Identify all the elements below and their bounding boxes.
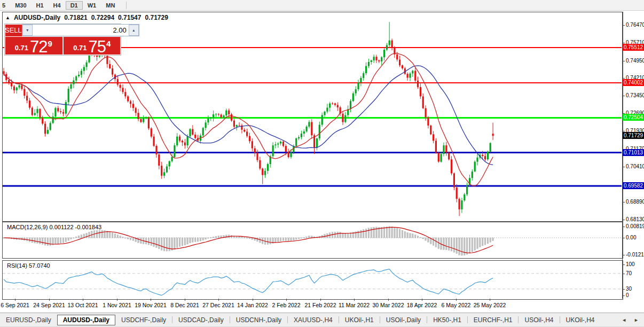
date-tick bbox=[117, 299, 117, 301]
chart-tab-ukoil[interactable]: UKOil-,H4 bbox=[560, 315, 601, 325]
rsi-axis-label-tick bbox=[622, 264, 625, 265]
macd-axis-label: -0.01212 bbox=[626, 252, 644, 258]
chart-title: ▲ AUDUSD-,Daily 0.71821 0.72294 0.71547 … bbox=[5, 14, 168, 21]
ohlc-close: 0.71729 bbox=[145, 14, 168, 21]
date-tick bbox=[185, 299, 185, 301]
triangle-down-icon: ▾ bbox=[26, 28, 28, 33]
price-axis-label-tick bbox=[622, 96, 625, 96]
bid-prefix: 0.71 bbox=[15, 44, 28, 52]
rsi-axis-label: 0 bbox=[626, 292, 644, 299]
rsi-label: RSI(14) 57.0740 bbox=[7, 262, 50, 269]
date-tick bbox=[15, 299, 15, 301]
macd-label: MACD(12,26,9) 0.001122 -0.001843 bbox=[7, 224, 101, 230]
rsi-axis-label-tick bbox=[622, 289, 625, 290]
timeframe-button-m30[interactable]: M30 bbox=[10, 1, 31, 10]
date-tick bbox=[422, 299, 422, 301]
sell-price-tile[interactable]: 0.71729 bbox=[5, 37, 62, 55]
date-tick bbox=[456, 299, 457, 301]
rsi-axis-label-tick bbox=[622, 274, 625, 274]
price-axis-label-tick bbox=[622, 202, 625, 203]
price-axis-label: 0.68890 bbox=[626, 199, 644, 205]
chart-tab-usdchf[interactable]: USDCHF-,Daily bbox=[115, 315, 172, 325]
price-axis-label-tick bbox=[622, 25, 625, 26]
rsi-canvas[interactable] bbox=[2, 260, 622, 299]
date-tick bbox=[354, 299, 355, 301]
chart-tab-usoil[interactable]: USOil-,Daily bbox=[380, 315, 427, 325]
volume-increase-button[interactable]: ▴ bbox=[129, 25, 139, 36]
price-axis-label-tick bbox=[622, 78, 625, 79]
toolbar-divider bbox=[126, 2, 127, 9]
price-axis-label: 0.76470 bbox=[626, 22, 644, 28]
date-tick bbox=[320, 299, 321, 301]
ohlc-low: 0.71547 bbox=[118, 14, 141, 21]
timeframe-button-h4[interactable]: H4 bbox=[49, 1, 66, 10]
chart-tab-eurchf[interactable]: EURCHF-,H1 bbox=[468, 315, 519, 325]
tab-scroll-left-icon[interactable]: ◄ bbox=[622, 317, 626, 323]
mt4-window: 5M30H1H4D1W1MN ▲ AUDUSD-,Daily 0.71821 0… bbox=[0, 0, 644, 327]
timeframe-button-5[interactable]: 5 bbox=[0, 1, 10, 10]
date-tick bbox=[388, 299, 389, 301]
price-axis-label-tick bbox=[622, 220, 625, 220]
macd-signal-line bbox=[4, 227, 493, 253]
tab-scroll-arrows: ◄► bbox=[622, 317, 644, 323]
rsi-axis-label: 30 bbox=[626, 286, 644, 292]
ask-prefix: 0.71 bbox=[73, 44, 87, 52]
buy-button[interactable]: BUY bbox=[139, 24, 154, 36]
macd-axis-label-tick bbox=[622, 255, 625, 255]
ohlc-open: 0.71821 bbox=[64, 14, 87, 21]
volume-spinner: ▾ ▴ bbox=[22, 24, 139, 36]
level-price-badge: 0.74002 bbox=[623, 79, 644, 86]
chart-tab-audusd[interactable]: AUDUSD-,Daily bbox=[57, 315, 115, 325]
chart-tab-xauusd[interactable]: XAUUSD-,H4 bbox=[288, 315, 339, 325]
timeframe-button-d1[interactable]: D1 bbox=[66, 1, 83, 10]
price-axis-label: 0.68130 bbox=[626, 216, 644, 223]
volume-decrease-button[interactable]: ▾ bbox=[22, 25, 33, 36]
price-axis-label-tick bbox=[622, 43, 625, 43]
price-axis-label-tick bbox=[622, 61, 625, 61]
tab-scroll-right-icon[interactable]: ► bbox=[634, 317, 639, 323]
chart-tab-usoil[interactable]: USOil-,H4 bbox=[519, 315, 559, 325]
macd-axis-label-tick bbox=[622, 227, 625, 227]
price-axis-label-tick bbox=[622, 167, 625, 167]
timeframe-button-w1[interactable]: W1 bbox=[83, 1, 101, 10]
chart-tab-eurusd[interactable]: EURUSD-,Daily bbox=[0, 315, 57, 325]
chart-tab-ukoil[interactable]: UKOil-,H1 bbox=[339, 315, 380, 325]
buy-price-tile[interactable]: 0.71754 bbox=[64, 37, 121, 55]
level-price-badge: 0.71013 bbox=[623, 149, 644, 156]
sell-button[interactable]: SELL bbox=[5, 24, 22, 36]
macd-axis-label-tick bbox=[622, 238, 625, 238]
macd-axis-label: 0.00 bbox=[626, 235, 644, 241]
triangle-up-icon: ▴ bbox=[132, 28, 135, 33]
level-price-badge: 0.72504 bbox=[623, 114, 644, 121]
current-price-badge: 0.71729 bbox=[623, 132, 644, 139]
price-axis-label: 0.74950 bbox=[626, 58, 644, 64]
chart-tab-usdcad[interactable]: USDCAD-,Daily bbox=[172, 315, 230, 325]
bid-big-digits: 72 bbox=[30, 39, 47, 55]
date-tick bbox=[218, 299, 219, 301]
date-label[interactable]: 25 May 2022 bbox=[466, 302, 514, 308]
bid-pip-digit: 9 bbox=[48, 39, 52, 48]
date-tick bbox=[151, 299, 151, 301]
ask-big-digits: 75 bbox=[88, 39, 105, 55]
date-tick bbox=[83, 299, 83, 301]
timeframe-button-mn[interactable]: MN bbox=[101, 1, 120, 10]
chart-tab-hk50[interactable]: HK50-,H1 bbox=[427, 315, 467, 325]
chart-tab-usdcnh[interactable]: USDCNH-,Daily bbox=[230, 315, 287, 325]
macd-axis-label: 0.008197 bbox=[626, 223, 644, 230]
chart-tab-bar: EURUSD-,DailyAUDUSD-,DailyUSDCHF-,DailyU… bbox=[0, 313, 644, 326]
timeframe-toolbar: 5M30H1H4D1W1MN bbox=[0, 0, 644, 11]
date-tick bbox=[286, 299, 287, 301]
ask-pip-digit: 4 bbox=[106, 39, 111, 48]
date-tick bbox=[49, 299, 50, 301]
ma-fast-line bbox=[4, 53, 493, 186]
rsi-line bbox=[4, 269, 493, 295]
volume-input[interactable] bbox=[33, 25, 129, 36]
level-price-badge: 0.69582 bbox=[623, 182, 644, 189]
price-axis-label: 0.73450 bbox=[626, 92, 644, 99]
price-axis-label-tick bbox=[622, 131, 625, 131]
collapse-panel-icon[interactable]: ▲ bbox=[5, 15, 10, 20]
price-axis-label: 0.70410 bbox=[626, 164, 644, 170]
timeframe-button-h1[interactable]: H1 bbox=[32, 1, 49, 10]
ma-slow-line bbox=[4, 66, 493, 165]
level-price-badge: 0.75512 bbox=[623, 44, 644, 51]
